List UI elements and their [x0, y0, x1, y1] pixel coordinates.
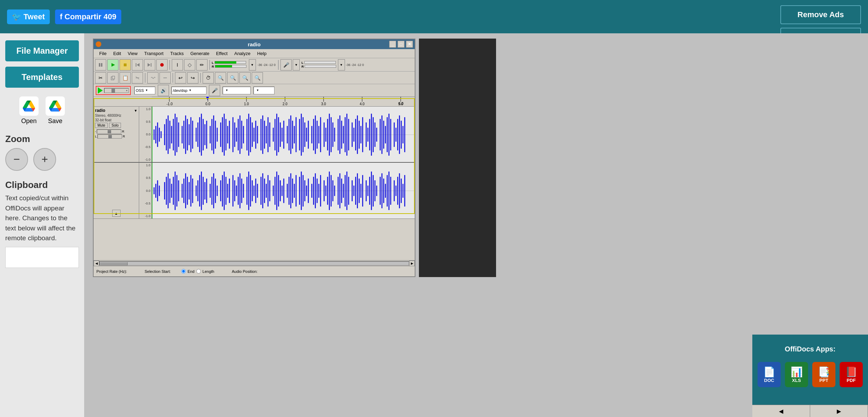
menu-help[interactable]: Help [254, 50, 269, 57]
maximize-button[interactable]: □ [398, 41, 405, 48]
ppt-app-button[interactable]: 📑 PPT [812, 362, 835, 387]
zoom-out-button[interactable]: − [5, 148, 28, 171]
selection-tool-button[interactable]: I [172, 59, 183, 70]
track-expand-button[interactable]: ▲ [112, 210, 121, 217]
svg-rect-83 [255, 121, 256, 149]
play-button[interactable] [107, 59, 118, 70]
output-device-dropdown[interactable]: /dev/dsp ▼ [171, 87, 206, 94]
silence-button[interactable] [160, 72, 171, 83]
pan-slider-1[interactable] [97, 134, 122, 139]
length-radio[interactable] [196, 269, 201, 274]
scroll-left-button[interactable]: ◀ [94, 261, 99, 266]
skip-start-button[interactable] [132, 59, 143, 70]
xls-app-button[interactable]: 📊 XLS [785, 362, 808, 387]
stop-button[interactable] [120, 59, 131, 70]
channels-dropdown[interactable]: ▼ [253, 87, 274, 94]
close-button[interactable]: ✕ [406, 41, 413, 48]
svg-rect-42 [173, 119, 174, 150]
menu-analyze[interactable]: Analyze [231, 50, 253, 57]
envelope-tool-button[interactable] [184, 59, 195, 70]
pan-thumb-1 [108, 135, 112, 139]
zoom-wave-button[interactable] [147, 72, 158, 83]
window-title-bar: radio _ □ ✕ [94, 39, 415, 49]
svg-rect-178 [190, 175, 191, 207]
open-drive-item[interactable]: Open [19, 96, 39, 125]
svg-rect-218 [273, 186, 274, 196]
svg-rect-229 [294, 184, 295, 198]
zoom-section: Zoom − + [5, 134, 79, 171]
menu-effect[interactable]: Effect [213, 50, 230, 57]
cut-button[interactable]: ✂ [95, 72, 106, 83]
input-vudropdown-button[interactable]: ▼ [338, 59, 345, 70]
svg-rect-230 [296, 175, 297, 207]
pan-r: R [123, 135, 125, 138]
scale2-1.0-top: 1.0 [140, 163, 150, 167]
track-dropdown-1[interactable]: ▼ [134, 109, 137, 113]
svg-rect-91 [273, 128, 274, 142]
scale2-neg0.5: -0.5 [140, 202, 150, 205]
solo-button-1[interactable]: Solo [109, 123, 121, 128]
window-title: radio [248, 41, 261, 47]
menu-generate[interactable]: Generate [188, 50, 212, 57]
svg-rect-74 [238, 119, 239, 150]
tempo-slider[interactable]: + [104, 88, 129, 93]
facebook-button[interactable]: f Compartir 409 [55, 9, 121, 24]
end-radio[interactable] [181, 269, 186, 274]
track-scale-2: 1.0 0.5 0.0 -0.5 -1.0 [139, 163, 152, 218]
twitter-button[interactable]: 🐦 Tweet [7, 9, 50, 24]
scroll-right-button[interactable]: ▶ [409, 261, 415, 266]
minimize-button[interactable]: _ [389, 41, 396, 48]
nav-right-button[interactable]: ▶ [810, 405, 868, 417]
remove-ads-button[interactable]: Remove Ads [780, 5, 861, 24]
doc-app-button[interactable]: 📄 DOC [758, 362, 781, 387]
audio-host-dropdown[interactable]: OSS ▼ [134, 87, 155, 94]
draw-tool-button[interactable]: ✏ [196, 59, 208, 70]
zoom-in-button[interactable]: + [33, 148, 56, 171]
timer-button[interactable]: ⏱ [203, 72, 214, 83]
copy-button[interactable] [107, 72, 118, 83]
input-device-dropdown[interactable]: ▼ [223, 87, 251, 94]
file-manager-button[interactable]: File Manager [5, 40, 79, 61]
playback-dropdown-button[interactable]: ▼ [249, 59, 256, 70]
tempo-plus: + [126, 89, 128, 92]
templates-button[interactable]: Templates [5, 67, 79, 88]
svg-rect-44 [176, 117, 177, 152]
trim-button[interactable] [132, 72, 143, 83]
svg-rect-256 [348, 177, 349, 205]
svg-rect-133 [357, 115, 358, 154]
record-button[interactable] [156, 59, 168, 70]
menu-view[interactable]: View [125, 50, 140, 57]
undo-button[interactable]: ↩ [175, 72, 186, 83]
svg-rect-191 [217, 186, 218, 196]
menu-tracks[interactable]: Tracks [167, 50, 187, 57]
zoom-out-button2[interactable]: 🔍 [227, 72, 238, 83]
svg-rect-273 [383, 179, 384, 203]
zoom-in-button[interactable]: 🔍 [215, 72, 226, 83]
zoom-selection-button[interactable]: 🔍 [239, 72, 251, 83]
svg-rect-56 [201, 114, 202, 156]
save-drive-item[interactable]: Save [46, 96, 65, 125]
menu-edit[interactable]: Edit [110, 50, 124, 57]
redo-button[interactable]: ↪ [187, 72, 198, 83]
svg-rect-263 [362, 175, 363, 207]
mute-button-1[interactable]: Mute [95, 123, 108, 128]
nav-left-button[interactable]: ◀ [752, 405, 810, 417]
play-cursor-btn[interactable] [98, 87, 103, 94]
menu-transport[interactable]: Transport [141, 50, 166, 57]
svg-rect-45 [178, 122, 179, 147]
input-volume-dropdown[interactable]: ▼ [293, 59, 300, 70]
volume-slider-1[interactable] [97, 129, 121, 134]
paste-button[interactable]: 📋 [120, 72, 131, 83]
zoom-fit-button[interactable]: 🔍 [252, 72, 263, 83]
svg-rect-205 [246, 177, 247, 205]
time-ruler: -1.0 0.0 1.0 2.0 3.0 4.0 5.0 6.0 [94, 97, 415, 107]
pdf-app-button[interactable]: 📕 PDF [840, 362, 863, 387]
pause-button[interactable] [95, 59, 106, 70]
clipboard-textarea[interactable] [5, 247, 79, 268]
menu-file[interactable]: File [96, 50, 109, 57]
scrollbar-thumb[interactable] [100, 262, 128, 265]
skip-end-button[interactable] [144, 59, 155, 70]
pdf-icon: 📕 [845, 366, 857, 378]
svg-rect-43 [175, 114, 176, 156]
svg-text:2.0: 2.0 [283, 102, 287, 106]
